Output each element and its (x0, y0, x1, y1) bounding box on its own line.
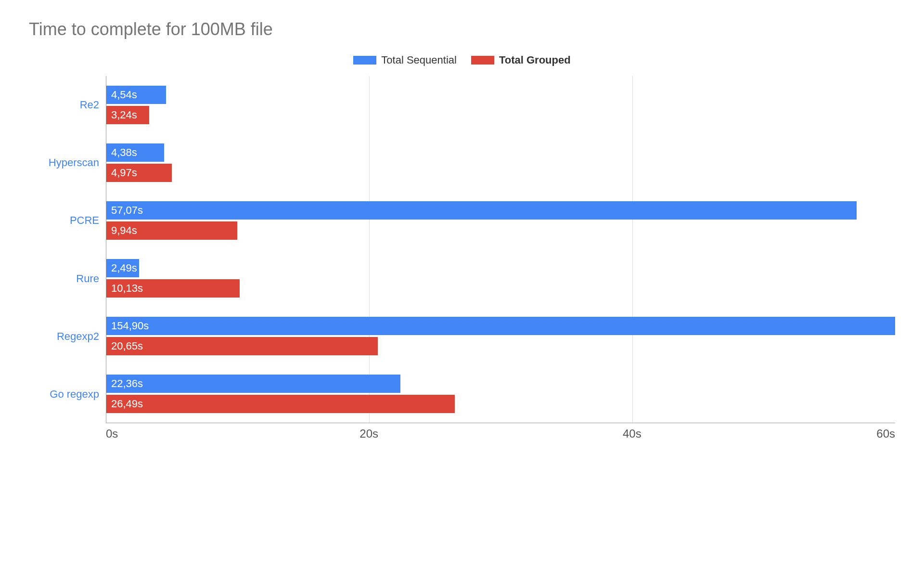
legend-swatch-grouped (471, 56, 494, 65)
bar-grouped: 4,97s (106, 164, 172, 182)
y-axis-label: PCRE (29, 192, 99, 249)
chart-title: Time to complete for 100MB file (29, 19, 895, 39)
legend-label-sequential: Total Sequential (381, 54, 457, 66)
bar-group: 4,38s4,97s (106, 134, 895, 192)
bar-wrap: 2,49s (106, 259, 895, 277)
bar-wrap: 4,38s (106, 143, 895, 162)
bar-wrap: 3,24s (106, 106, 895, 124)
x-axis-tick: 60s (876, 427, 895, 441)
legend-swatch-sequential (353, 56, 376, 65)
legend-label-grouped: Total Grouped (499, 54, 571, 66)
bar-group: 2,49s10,13s (106, 249, 895, 307)
bar-sequential: 22,36s (106, 375, 400, 393)
bar-wrap: 20,65s (106, 337, 895, 355)
bar-grouped: 9,94s (106, 221, 237, 240)
bar-group: 154,90s20,65s (106, 307, 895, 365)
y-axis-label: Rure (29, 250, 99, 308)
x-axis: 0s20s40s60s (106, 423, 895, 442)
x-axis-tick: 0s (106, 427, 118, 441)
bar-wrap: 26,49s (106, 395, 895, 413)
bar-sequential: 4,54s (106, 86, 166, 104)
bar-sequential: 4,38s (106, 143, 164, 162)
bar-grouped: 10,13s (106, 279, 240, 298)
x-axis-tick: 20s (359, 427, 378, 441)
x-axis-row: 0s20s40s60s (29, 423, 895, 442)
legend-item-sequential: Total Sequential (353, 54, 457, 66)
bar-wrap: 10,13s (106, 279, 895, 298)
bar-wrap: 57,07s (106, 201, 895, 220)
chart-container: Time to complete for 100MB file Total Se… (29, 19, 895, 442)
y-axis-label: Hyperscan (29, 134, 99, 192)
bar-grouped: 26,49s (106, 395, 455, 413)
y-axis-label: Regexp2 (29, 308, 99, 365)
bar-group: 22,36s26,49s (106, 365, 895, 423)
bar-sequential: 2,49s (106, 259, 139, 277)
bar-grouped: 20,65s (106, 337, 378, 355)
bar-wrap: 4,97s (106, 164, 895, 182)
bar-group: 57,07s9,94s (106, 192, 895, 249)
bar-sequential: 154,90s (106, 317, 895, 335)
bar-wrap: 154,90s (106, 317, 895, 335)
y-axis-label: Re2 (29, 76, 99, 134)
y-axis-label: Go regexp (29, 365, 99, 423)
bar-wrap: 4,54s (106, 86, 895, 104)
bars-region: 4,54s3,24s4,38s4,97s57,07s9,94s2,49s10,1… (106, 76, 895, 423)
bar-sequential: 57,07s (106, 201, 857, 220)
bar-wrap: 22,36s (106, 375, 895, 393)
y-axis-labels: Re2HyperscanPCRERureRegexp2Go regexp (29, 76, 106, 423)
bar-group: 4,54s3,24s (106, 76, 895, 134)
plot-area: Re2HyperscanPCRERureRegexp2Go regexp 4,5… (29, 76, 895, 423)
legend-item-grouped: Total Grouped (471, 54, 571, 66)
x-axis-tick: 40s (623, 427, 642, 441)
bar-wrap: 9,94s (106, 221, 895, 240)
chart-legend: Total Sequential Total Grouped (29, 54, 895, 66)
bar-grouped: 3,24s (106, 106, 149, 124)
